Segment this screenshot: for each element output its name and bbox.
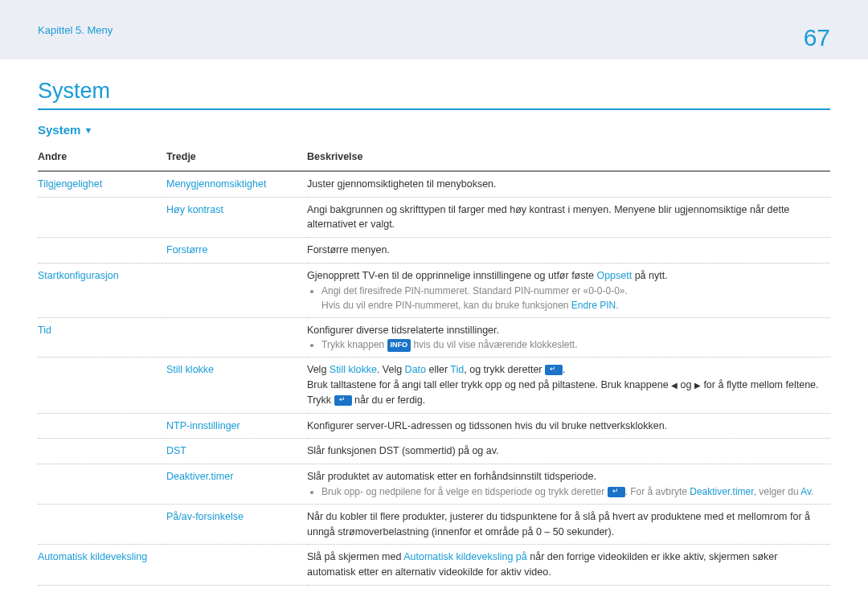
andre-tilgjengelighet[interactable]: Tilgjengelighet	[38, 178, 102, 190]
text: Hvis du vil endre PIN-nummeret, kan du b…	[321, 300, 571, 311]
text: hvis du vil vise nåværende klokkeslett.	[411, 339, 577, 350]
table-row: NTP-innstillinger Konfigurer server-URL-…	[38, 413, 830, 439]
desc-paav-forsinkelse: Når du kobler til flere produkter, juste…	[307, 504, 830, 545]
desc-forstorre: Forstørre menyen.	[307, 238, 830, 264]
text: Slår produktet av automatisk etter en fo…	[307, 471, 596, 482]
info-button-icon: INFO	[387, 339, 411, 352]
chevron-down-icon: ▼	[84, 125, 92, 135]
table-row: Tilgjengelighet Menygjennomsiktighet Jus…	[38, 171, 830, 197]
tredje-menygjennomsiktighet[interactable]: Menygjennomsiktighet	[166, 178, 266, 190]
text: Trykk knappen	[321, 339, 387, 350]
text: , og trykk deretter	[464, 364, 545, 375]
bullet-info: Trykk knappen INFO hvis du vil vise nåvæ…	[321, 337, 824, 352]
tredje-deaktiver-timer[interactable]: Deaktiver.timer	[166, 471, 233, 482]
col-header-beskrivelse: Beskrivelse	[307, 145, 830, 171]
tredje-forstorre[interactable]: Forstørre	[166, 244, 207, 255]
andre-automatisk-kildeveksling[interactable]: Automatisk kildeveksling	[38, 551, 147, 562]
text: , velger du	[754, 486, 801, 497]
enter-button-icon	[334, 395, 352, 406]
bullet-pin: Angi det firesifrede PIN-nummeret. Stand…	[321, 284, 824, 313]
section-heading[interactable]: System ▼	[38, 123, 830, 137]
link-oppsett[interactable]: Oppsett	[596, 270, 632, 281]
triangle-left-icon: ◀	[671, 381, 678, 390]
bullet-deaktiver: Bruk opp- og nedpilene for å velge en ti…	[321, 484, 824, 499]
text: .	[811, 486, 813, 497]
tredje-ntp[interactable]: NTP-innstillinger	[166, 420, 240, 431]
text: Angi det firesifrede PIN-nummeret. Stand…	[321, 285, 628, 296]
text: Bruk talltastene for å angi tall eller t…	[307, 379, 671, 390]
triangle-right-icon: ▶	[694, 381, 701, 390]
desc-dst: Slår funksjonen DST (sommertid) på og av…	[307, 439, 830, 464]
desc-automatisk-kildeveksling: Slå på skjermen med Automatisk kildeveks…	[307, 545, 830, 586]
col-header-tredje: Tredje	[166, 145, 307, 171]
text: Bruk opp- og nedpilene for å velge en ti…	[321, 486, 608, 497]
table-row: Høy kontrast Angi bakgrunnen og skriftty…	[38, 197, 830, 238]
andre-startkonfigurasjon[interactable]: Startkonfigurasjon	[38, 270, 119, 281]
link-av[interactable]: Av	[800, 486, 811, 497]
breadcrumb[interactable]: Kapittel 5. Meny	[38, 24, 113, 36]
content-area: System System ▼ Andre Tredje Beskrivelse…	[0, 59, 868, 613]
desc-still-klokke: Velg Still klokke. Velg Dato eller Tid, …	[307, 358, 830, 413]
text: . Velg	[377, 364, 405, 375]
table-row: På/av-forsinkelse Når du kobler til fler…	[38, 504, 830, 545]
table-row: Forstørre Forstørre menyen.	[38, 238, 830, 264]
table-row: Deaktiver.timer Slår produktet av automa…	[38, 464, 830, 505]
col-header-andre: Andre	[38, 145, 166, 171]
page-title: System	[38, 79, 830, 104]
enter-button-icon	[545, 365, 563, 375]
text: eller	[426, 364, 450, 375]
link-still-klokke[interactable]: Still klokke	[330, 364, 377, 375]
andre-tid[interactable]: Tid	[38, 325, 51, 336]
text: Slå på skjermen med	[307, 551, 403, 562]
text: på nytt.	[632, 270, 667, 281]
settings-table: Andre Tredje Beskrivelse Tilgjengelighet…	[38, 145, 830, 586]
tredje-still-klokke[interactable]: Still klokke	[166, 364, 214, 375]
section-heading-text: System	[38, 123, 80, 137]
text: når du er ferdig.	[352, 394, 426, 406]
table-header-row: Andre Tredje Beskrivelse	[38, 145, 830, 171]
title-rule	[38, 108, 830, 110]
page-number: 67	[804, 24, 830, 51]
desc-tid: Konfigurer diverse tidsrelaterte innstil…	[307, 317, 830, 358]
desc-menygjennomsiktighet: Juster gjennomsiktigheten til menyboksen…	[307, 171, 830, 197]
text: . For å avbryte	[625, 486, 690, 497]
text: og	[678, 379, 694, 390]
link-endre-pin[interactable]: Endre PIN	[571, 300, 616, 311]
text: Konfigurer diverse tidsrelaterte innstil…	[307, 325, 499, 336]
link-deaktiver-timer[interactable]: Deaktiver.timer	[690, 486, 753, 497]
text: .	[563, 364, 565, 375]
link-auto-kilde-pa[interactable]: Automatisk kildeveksling på	[403, 551, 527, 562]
desc-hoy-kontrast: Angi bakgrunnen og skrifttypen til farge…	[307, 197, 830, 238]
desc-ntp: Konfigurer server-URL-adressen og tidsso…	[307, 413, 830, 439]
enter-button-icon	[608, 487, 625, 497]
page-header: Kapittel 5. Meny 67	[0, 0, 868, 59]
table-row: Automatisk kildeveksling Slå på skjermen…	[38, 545, 830, 586]
table-row: DST Slår funksjonen DST (sommertid) på o…	[38, 439, 830, 464]
text: Velg	[307, 364, 330, 375]
tredje-dst[interactable]: DST	[166, 445, 186, 456]
link-dato[interactable]: Dato	[405, 364, 426, 375]
table-row: Startkonfigurasjon Gjenopprett TV-en til…	[38, 263, 830, 317]
table-row: Still klokke Velg Still klokke. Velg Dat…	[38, 358, 830, 413]
desc-startkonfigurasjon: Gjenopprett TV-en til de opprinnelige in…	[307, 263, 830, 317]
desc-deaktiver-timer: Slår produktet av automatisk etter en fo…	[307, 464, 830, 505]
tredje-paav-forsinkelse[interactable]: På/av-forsinkelse	[166, 511, 244, 522]
table-row: Tid Konfigurer diverse tidsrelaterte inn…	[38, 317, 830, 358]
text: Gjenopprett TV-en til de opprinnelige in…	[307, 270, 596, 281]
link-tid[interactable]: Tid	[450, 364, 464, 375]
tredje-hoy-kontrast[interactable]: Høy kontrast	[166, 204, 223, 215]
text: .	[616, 300, 618, 311]
